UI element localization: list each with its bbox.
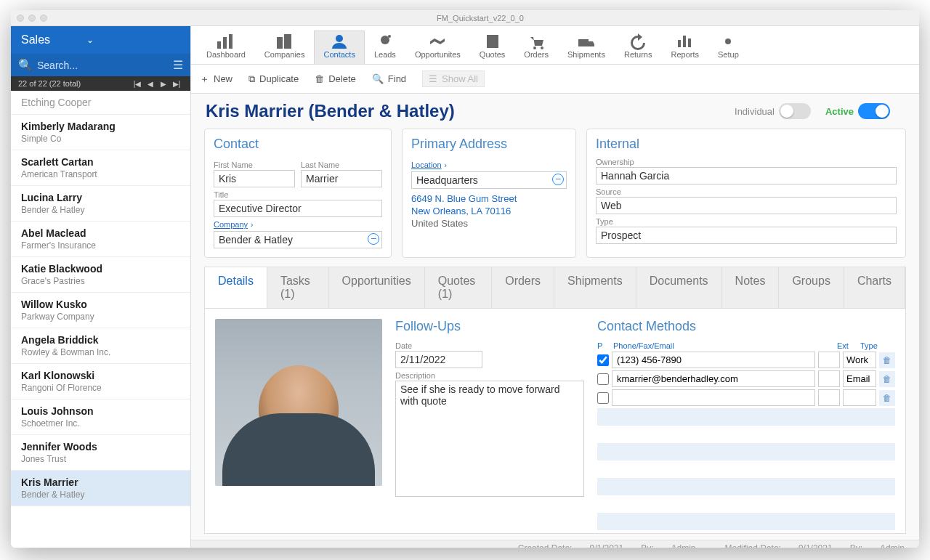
company-field[interactable]: [214, 231, 382, 248]
nav-dashboard[interactable]: Dashboard: [197, 31, 255, 64]
contact-list: Etching Cooper Kimberly MadarangSimple C…: [11, 91, 190, 548]
list-item[interactable]: Etching Cooper: [11, 91, 190, 115]
contact-card: Contact First Name Last Name Title Compa…: [204, 129, 392, 258]
followup-date-field[interactable]: [395, 351, 482, 368]
type-field[interactable]: [596, 227, 897, 244]
list-item[interactable]: Katie BlackwoodGrace's Pastries: [11, 257, 190, 293]
svg-rect-14: [688, 38, 691, 47]
nav-setup[interactable]: Setup: [708, 31, 748, 64]
nav-contacts[interactable]: Contacts: [314, 31, 364, 64]
list-item[interactable]: Louis JohnsonSchoetmer Inc.: [11, 399, 190, 435]
tab-details[interactable]: Details: [205, 267, 267, 308]
primary-checkbox[interactable]: [597, 373, 609, 385]
find-button[interactable]: 🔍 Find: [372, 70, 406, 87]
prev-record-icon[interactable]: ◀: [144, 80, 157, 88]
tab-notes[interactable]: Notes: [722, 267, 780, 308]
method-value-field[interactable]: [612, 370, 815, 387]
address-card: Primary Address Location› − 6649 N. Blue…: [402, 129, 576, 258]
internal-card: Internal Ownership Source Type: [586, 129, 906, 258]
svg-point-7: [388, 35, 391, 38]
nav-quotes[interactable]: Quotes: [470, 31, 514, 64]
nav-shipments[interactable]: Shipments: [558, 31, 615, 64]
company-link[interactable]: Company: [214, 220, 248, 229]
method-type-field[interactable]: [843, 352, 876, 368]
primary-checkbox[interactable]: [597, 354, 609, 366]
detail-tabs: DetailsTasks (1)OpportunitiesQuotes (1)O…: [204, 267, 906, 309]
tab-orders[interactable]: Orders: [492, 267, 554, 308]
clear-location-icon[interactable]: −: [552, 174, 564, 185]
followups-section: Follow-Ups Date Description See if she i…: [395, 319, 584, 523]
svg-rect-8: [487, 35, 498, 48]
method-ext-field[interactable]: [818, 370, 840, 387]
location-field[interactable]: [411, 171, 567, 189]
tab-tasks[interactable]: Tasks (1): [267, 267, 329, 308]
list-item[interactable]: Scarlett CartanAmerican Transport: [11, 150, 190, 186]
first-name-field[interactable]: [214, 170, 295, 187]
title-field[interactable]: [214, 200, 382, 217]
svg-rect-12: [678, 40, 681, 47]
trash-icon[interactable]: 🗑: [879, 371, 895, 387]
nav-orders[interactable]: Orders: [514, 31, 558, 64]
list-item[interactable]: Karl KlonowskiRangoni Of Florence: [11, 364, 190, 399]
last-name-field[interactable]: [301, 170, 382, 187]
tab-shipments[interactable]: Shipments: [554, 267, 636, 308]
list-item[interactable]: Angela BriddickRowley & Bowman Inc.: [11, 328, 190, 364]
ownership-field[interactable]: [596, 167, 897, 184]
nav-companies[interactable]: Companies: [255, 31, 315, 64]
window-minimize[interactable]: [28, 15, 36, 22]
svg-rect-11: [578, 39, 589, 46]
list-item[interactable]: Kris MarrierBender & Hatley: [11, 471, 190, 506]
module-label: Sales: [21, 33, 50, 46]
list-item[interactable]: Kimberly MadarangSimple Co: [11, 115, 190, 150]
clear-company-icon[interactable]: −: [368, 233, 379, 245]
showall-button[interactable]: ☰ Show All: [422, 70, 485, 87]
search-input[interactable]: [37, 60, 173, 71]
contact-methods-section: Contact Methods PPhone/Fax/EmailExtType …: [597, 319, 895, 523]
list-item[interactable]: Jennifer WoodsJones Trust: [11, 435, 190, 471]
main-toolbar: DashboardCompaniesContactsLeadsOpportuni…: [191, 26, 919, 65]
trash-icon[interactable]: 🗑: [879, 352, 895, 368]
list-item[interactable]: Lucina LarryBender & Hatley: [11, 186, 190, 222]
tab-groups[interactable]: Groups: [779, 267, 844, 308]
duplicate-button[interactable]: ⧉ Duplicate: [248, 70, 299, 87]
active-toggle[interactable]: [858, 103, 890, 119]
individual-toggle[interactable]: [779, 103, 811, 119]
method-ext-field[interactable]: [818, 352, 840, 368]
method-value-field[interactable]: [612, 352, 815, 368]
primary-checkbox[interactable]: [597, 392, 609, 404]
contact-photo: [215, 319, 382, 486]
method-type-field[interactable]: [843, 370, 876, 387]
module-selector[interactable]: Sales ⌄: [11, 26, 190, 54]
next-record-icon[interactable]: ▶: [157, 80, 170, 88]
nav-returns[interactable]: Returns: [615, 31, 662, 64]
list-item[interactable]: Willow KuskoParkway Company: [11, 293, 190, 328]
trash-icon[interactable]: 🗑: [879, 390, 895, 406]
tab-quotes[interactable]: Quotes (1): [425, 267, 492, 308]
tab-opportunities[interactable]: Opportunities: [329, 267, 425, 308]
location-link[interactable]: Location: [411, 161, 442, 169]
method-type-field[interactable]: [843, 389, 876, 406]
method-ext-field[interactable]: [818, 389, 840, 406]
nav-reports[interactable]: Reports: [661, 31, 708, 64]
method-value-field[interactable]: [612, 389, 815, 406]
last-record-icon[interactable]: ▶|: [170, 80, 183, 88]
method-row: 🗑: [597, 389, 895, 406]
nav-leads[interactable]: Leads: [365, 31, 405, 64]
window-zoom[interactable]: [40, 15, 47, 22]
record-count: 22 of 22 (22 total): [18, 79, 131, 88]
first-record-icon[interactable]: |◀: [131, 80, 144, 88]
list-item[interactable]: Abel MacleadFarmer's Insurance: [11, 222, 190, 257]
new-button[interactable]: ＋ New: [200, 70, 232, 87]
page-title: Kris Marrier (Bender & Hatley): [206, 101, 735, 121]
window-close[interactable]: [17, 15, 24, 22]
svg-rect-13: [683, 36, 686, 47]
tab-charts[interactable]: Charts: [844, 267, 905, 308]
list-menu-icon[interactable]: ☰: [173, 58, 183, 72]
nav-opportunites[interactable]: Opportunites: [405, 31, 470, 64]
svg-point-9: [533, 46, 536, 49]
source-field[interactable]: [596, 197, 897, 214]
followup-description-field[interactable]: See if she is ready to move forward with…: [395, 381, 584, 497]
tab-documents[interactable]: Documents: [636, 267, 722, 308]
chevron-down-icon: ⌄: [86, 35, 94, 45]
delete-button[interactable]: 🗑 Delete: [315, 70, 356, 87]
